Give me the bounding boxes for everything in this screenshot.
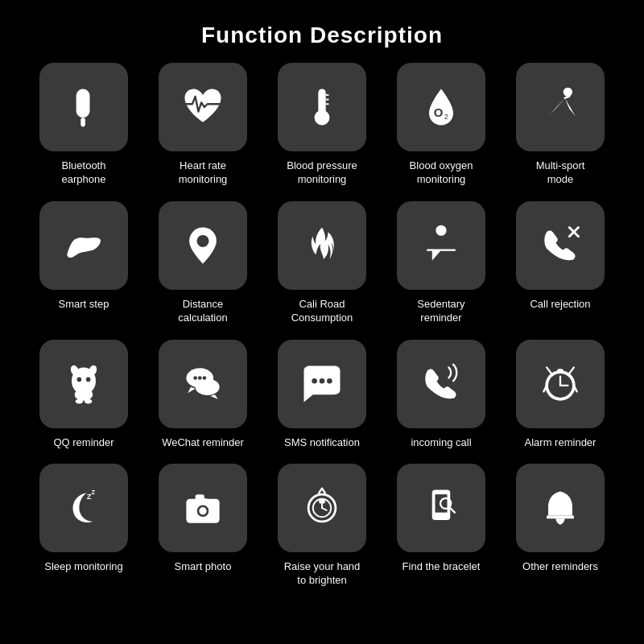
svg-point-50 (440, 522, 444, 526)
svg-point-19 (75, 388, 93, 400)
cell-sleep: Z Z Sleep monitoring (31, 464, 136, 588)
raise-hand-icon (298, 484, 346, 532)
sedentary-icon (417, 221, 465, 270)
cell-multi-sport: Multi-sportmode (508, 63, 613, 187)
cell-sms: SMS notification (270, 340, 374, 450)
svg-line-11 (565, 97, 570, 98)
cell-raise-hand: Raise your handto brighten (270, 464, 374, 588)
svg-text:O: O (434, 105, 444, 119)
cell-find-bracelet: Find the bracelet (389, 464, 493, 588)
page-title: Function Description (201, 23, 443, 48)
cell-alarm: Alarm reminder (508, 340, 613, 450)
alarm-icon (536, 360, 584, 408)
bluetooth-earphone-label: Bluetoothearphone (62, 159, 106, 187)
cell-qq: QQ reminder (31, 340, 136, 450)
wechat-label: WeChat reminder (162, 436, 244, 450)
cell-heart-rate: Heart ratemonitoring (151, 63, 255, 187)
icon-box-alarm (516, 340, 605, 428)
svg-rect-0 (76, 89, 90, 118)
incoming-call-icon (417, 360, 465, 408)
svg-point-23 (86, 377, 91, 382)
svg-line-47 (322, 508, 327, 510)
svg-point-13 (436, 225, 446, 235)
cell-bluetooth-earphone: Bluetoothearphone (31, 63, 136, 187)
find-bracelet-icon (417, 484, 465, 532)
cali-road-icon (298, 221, 346, 270)
svg-point-30 (320, 378, 325, 384)
sedentary-label: Sedentaryreminder (417, 298, 464, 325)
call-rejection-icon (536, 221, 584, 270)
icon-box-sms (278, 340, 366, 428)
icon-box-sedentary (397, 201, 485, 290)
svg-point-22 (77, 377, 82, 382)
find-bracelet-label: Find the bracelet (402, 560, 481, 574)
cell-call-rejection: Call rejection (508, 201, 613, 325)
icon-box-other-reminders (516, 464, 605, 552)
svg-point-29 (312, 378, 317, 384)
svg-point-26 (193, 376, 197, 380)
alarm-label: Alarm reminder (525, 436, 597, 450)
svg-point-20 (76, 398, 83, 403)
heart-rate-label: Heart ratemonitoring (179, 159, 228, 187)
icon-box-distance (159, 201, 247, 290)
wechat-icon (179, 360, 227, 408)
cell-smart-step: Smart step (31, 201, 136, 325)
cell-sedentary: Sedentaryreminder (389, 201, 493, 325)
icon-box-smart-photo (159, 464, 247, 552)
smart-step-icon (60, 221, 108, 270)
distance-label: Distancecalculation (178, 298, 227, 325)
svg-text:2: 2 (444, 113, 448, 121)
icon-box-multi-sport (516, 63, 605, 151)
cali-road-label: Cali RoadConsumption (291, 298, 353, 325)
icon-box-qq (39, 340, 128, 428)
incoming-call-label: incoming call (411, 436, 471, 450)
distance-icon (179, 221, 227, 270)
icon-box-raise-hand (278, 464, 366, 552)
bluetooth-earphone-icon (60, 83, 108, 131)
blood-pressure-label: Blood pressuremonitoring (287, 159, 357, 187)
sms-icon (298, 360, 346, 408)
svg-rect-1 (80, 118, 85, 126)
smart-photo-label: Smart photo (175, 560, 232, 574)
svg-point-27 (198, 376, 202, 380)
svg-line-52 (449, 508, 455, 514)
call-rejection-label: Call rejection (530, 298, 590, 312)
blood-pressure-icon (298, 83, 346, 131)
icon-box-blood-oxygen: O 2 (397, 63, 485, 151)
svg-point-28 (203, 376, 207, 380)
other-reminders-icon (536, 484, 584, 532)
icon-box-cali-road (278, 201, 366, 290)
cell-cali-road: Cali RoadConsumption (270, 201, 374, 325)
smart-photo-icon (179, 484, 227, 532)
raise-hand-label: Raise your handto brighten (284, 560, 361, 588)
cell-other-reminders: Other reminders (508, 464, 613, 588)
cell-blood-oxygen: O 2 Blood oxygenmonitoring (389, 63, 493, 187)
svg-point-41 (199, 508, 206, 515)
cell-smart-photo: Smart photo (151, 464, 255, 588)
icon-box-blood-pressure (278, 63, 366, 151)
qq-label: QQ reminder (53, 436, 114, 450)
icon-box-wechat (159, 340, 247, 428)
svg-point-10 (564, 88, 572, 97)
cell-distance: Distancecalculation (151, 201, 255, 325)
icon-box-bluetooth-earphone (39, 63, 128, 151)
icon-box-sleep: Z Z (39, 464, 128, 552)
sleep-icon: Z Z (60, 484, 108, 532)
blood-oxygen-label: Blood oxygenmonitoring (410, 159, 473, 187)
qq-icon (60, 360, 108, 408)
sms-label: SMS notification (284, 436, 360, 450)
function-grid: Bluetoothearphone Heart ratemonitoring (15, 63, 629, 588)
svg-text:Z: Z (91, 489, 95, 497)
icon-box-call-rejection (516, 201, 605, 290)
cell-incoming-call: incoming call (389, 340, 493, 450)
svg-point-21 (85, 398, 92, 403)
sleep-label: Sleep monitoring (44, 560, 123, 574)
svg-point-12 (197, 235, 209, 247)
svg-rect-4 (320, 101, 324, 118)
svg-rect-36 (557, 369, 564, 372)
icon-box-incoming-call (397, 340, 485, 428)
svg-point-25 (196, 378, 220, 395)
heart-rate-icon (179, 83, 227, 131)
icon-box-heart-rate (159, 63, 247, 151)
cell-blood-pressure: Blood pressuremonitoring (270, 63, 374, 187)
